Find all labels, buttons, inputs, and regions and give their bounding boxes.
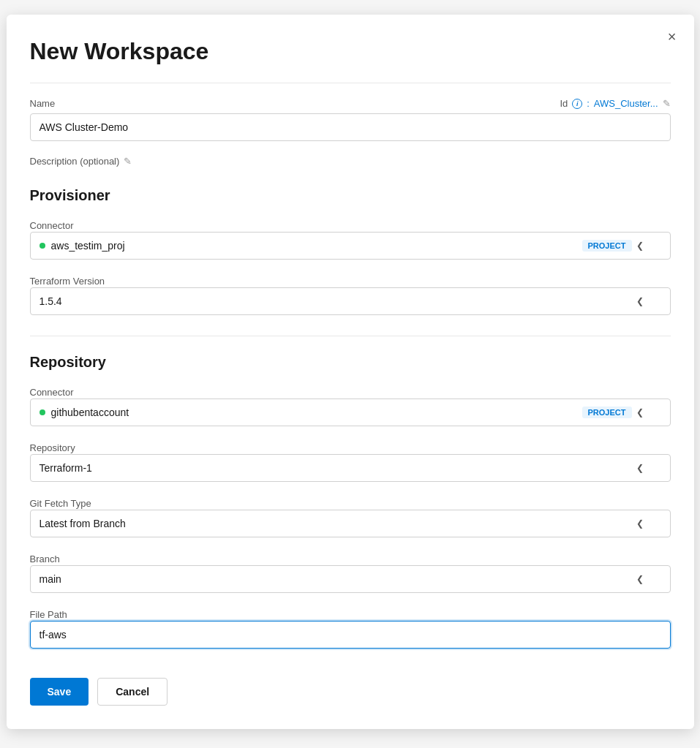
provisioner-connector-chevron: ❮ <box>636 241 644 251</box>
repository-value: Terraform-1 <box>39 462 92 474</box>
description-label-row: Description (optional) ✎ <box>30 156 671 167</box>
name-field-header: Name Id i : AWS_Cluster... ✎ <box>30 98 671 109</box>
name-label: Name <box>30 98 56 109</box>
provisioner-connector-dot <box>39 243 45 249</box>
id-edit-icon[interactable]: ✎ <box>663 98 671 109</box>
cancel-button[interactable]: Cancel <box>97 678 168 706</box>
close-button[interactable]: × <box>665 26 680 47</box>
modal-title: New Workspace <box>30 38 671 65</box>
repository-select[interactable]: Terraform-1 ❮ <box>30 454 671 482</box>
git-fetch-type-chevron: ❮ <box>636 518 644 529</box>
id-info-icon[interactable]: i <box>572 99 582 109</box>
terraform-version-select[interactable]: 1.5.4 ❮ <box>30 287 671 315</box>
repository-connector-badge: PROJECT <box>582 407 632 418</box>
git-fetch-type-label: Git Fetch Type <box>30 498 91 509</box>
file-path-label: File Path <box>30 609 67 620</box>
name-input[interactable] <box>30 113 671 141</box>
provisioner-connector-select[interactable]: aws_testim_proj PROJECT ❮ <box>30 232 671 260</box>
terraform-version-field: Terraform Version 1.5.4 ❮ <box>30 274 671 315</box>
description-field-row: Description (optional) ✎ <box>30 156 671 167</box>
git-fetch-type-value: Latest from Branch <box>39 518 126 529</box>
repository-connector-label: Connector <box>30 387 74 398</box>
git-fetch-type-select[interactable]: Latest from Branch ❮ <box>30 510 671 537</box>
repository-connector-value: githubentaccount <box>51 407 129 418</box>
branch-field: Branch main ❮ <box>30 552 671 593</box>
branch-chevron: ❮ <box>636 574 644 584</box>
repository-connector-field: Connector githubentaccount PROJECT ❮ <box>30 385 671 426</box>
description-edit-icon[interactable]: ✎ <box>124 156 132 167</box>
provisioner-connector-badge: PROJECT <box>582 240 632 252</box>
new-workspace-modal: × New Workspace Name Id i : AWS_Cluster.… <box>7 15 694 729</box>
provisioner-connector-value: aws_testim_proj <box>51 240 125 252</box>
branch-label: Branch <box>30 554 60 564</box>
id-label: Id <box>560 98 568 109</box>
branch-select[interactable]: main ❮ <box>30 565 671 593</box>
title-divider <box>30 83 671 83</box>
save-button[interactable]: Save <box>30 678 89 706</box>
file-path-input[interactable] <box>30 621 671 649</box>
terraform-version-value: 1.5.4 <box>39 295 62 307</box>
terraform-version-chevron: ❮ <box>636 296 644 306</box>
modal-footer: Save Cancel <box>30 663 671 706</box>
section-divider <box>30 336 671 336</box>
repository-label: Repository <box>30 442 75 453</box>
name-field-row: Name Id i : AWS_Cluster... ✎ <box>30 98 671 141</box>
repository-connector-chevron: ❮ <box>636 407 644 418</box>
branch-value: main <box>39 573 61 585</box>
provisioner-connector-label: Connector <box>30 220 74 231</box>
repository-connector-select[interactable]: githubentaccount PROJECT ❮ <box>30 398 671 426</box>
repository-section-title: Repository <box>30 354 671 371</box>
id-value: AWS_Cluster... <box>594 98 658 109</box>
repository-field: Repository Terraform-1 ❮ <box>30 441 671 482</box>
description-label: Description (optional) <box>30 156 120 167</box>
provisioner-section-title: Provisioner <box>30 187 671 204</box>
id-section: Id i : AWS_Cluster... ✎ <box>560 98 670 109</box>
file-path-field: File Path <box>30 608 671 649</box>
provisioner-connector-field: Connector aws_testim_proj PROJECT ❮ <box>30 219 671 260</box>
git-fetch-type-field: Git Fetch Type Latest from Branch ❮ <box>30 496 671 537</box>
terraform-version-label: Terraform Version <box>30 276 105 287</box>
id-separator: : <box>587 98 590 109</box>
repository-chevron: ❮ <box>636 463 644 473</box>
repository-connector-dot <box>39 409 45 415</box>
